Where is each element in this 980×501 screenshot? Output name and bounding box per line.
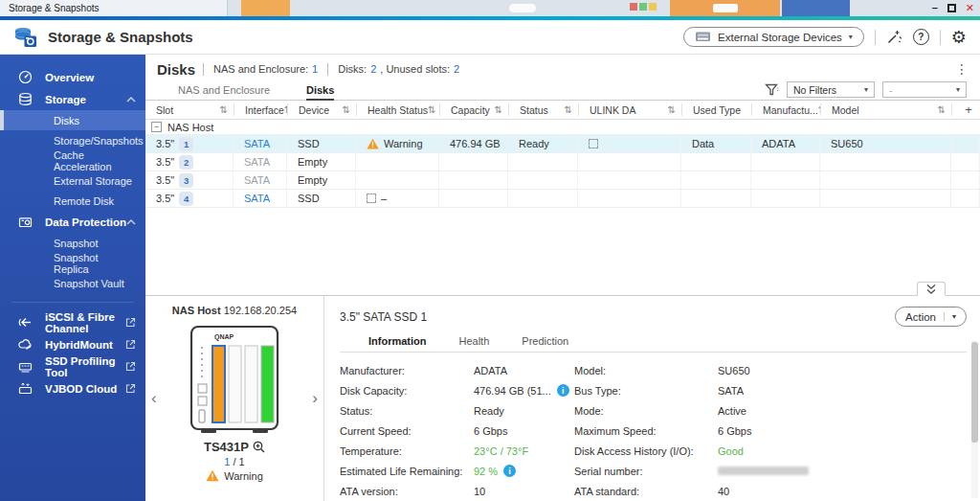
background-orange-block	[241, 0, 290, 16]
column-header-label: Health Status	[368, 104, 428, 116]
sidebar-item-snapshot-replica[interactable]: Snapshot Replica	[0, 253, 145, 273]
table-row-slot-3[interactable]: 3.5"3SATAEmpty	[145, 171, 980, 190]
help-icon[interactable]: ?	[913, 29, 929, 45]
table-row-slot-1[interactable]: 3.5"1SATASSDWarning476.94 GBReadyDataADA…	[145, 135, 980, 153]
tab-nas-and-enclosure[interactable]: NAS and Enclosure	[178, 84, 270, 100]
table-row-slot-2[interactable]: 3.5"2SATAEmpty	[145, 153, 980, 171]
bottom-detail-panel: NAS Host 192.168.20.254 ‹ › QNAP	[145, 295, 980, 501]
carousel-prev-icon[interactable]: ‹	[151, 390, 157, 406]
detail-scrollbar[interactable]	[971, 340, 978, 498]
detail-fields: Manufacturer:ADATAModel:SU650Disk Capaci…	[340, 360, 980, 501]
chevron-up-icon[interactable]	[126, 219, 136, 225]
carousel-next-icon[interactable]: ›	[312, 390, 318, 406]
field-label: Estimated Life Remaining:	[340, 466, 474, 477]
minimize-icon[interactable]: –	[932, 3, 938, 13]
model-cell	[820, 153, 951, 171]
sidebar-item-snapshot[interactable]: Snapshot	[0, 233, 145, 253]
window-tab[interactable]: Storage & Snapshots	[0, 0, 228, 16]
window-tabbar: Storage & Snapshots – ✕	[0, 0, 980, 16]
capacity-cell	[439, 171, 508, 189]
column-header-capacity[interactable]: Capacity⇅	[439, 103, 508, 116]
sidebar-item-snapshot-vault[interactable]: Snapshot Vault	[0, 273, 145, 293]
health-status-text: –	[381, 193, 387, 204]
kebab-menu-icon[interactable]: ⋮	[951, 61, 972, 77]
column-header-model[interactable]: Model⇅	[820, 103, 951, 116]
sidebar-item-label: External Storage	[54, 175, 132, 187]
interface-cell: SATA	[234, 153, 287, 171]
detail-tab-information[interactable]: Information	[368, 335, 427, 347]
close-icon[interactable]: ✕	[966, 3, 974, 13]
sidebar-item-overview[interactable]: Overview	[0, 66, 145, 88]
sort-icon[interactable]: ⇅	[668, 104, 676, 115]
collapse-group-icon[interactable]: −	[151, 122, 162, 132]
column-header-slot[interactable]: Slot⇅	[145, 103, 234, 116]
sort-icon[interactable]: ⇅	[495, 104, 502, 115]
sort-icon[interactable]: ⇅	[428, 104, 435, 115]
filter-select[interactable]: No Filters ▾	[787, 81, 875, 98]
field-value-text: 10	[474, 486, 485, 497]
secondary-filter-select[interactable]: - ▾	[882, 81, 967, 98]
secondary-filter-value: -	[889, 84, 893, 96]
background-cloud-blob	[509, 4, 536, 12]
sidebar-item-external-storage[interactable]: External Storage	[0, 171, 145, 191]
ulink-da-cell	[578, 171, 681, 189]
sort-icon[interactable]: ⇅	[220, 104, 228, 115]
sidebar-item-iscsi-fibre-channel[interactable]: iSCSI & Fibre Channel	[0, 311, 145, 333]
tab-disks[interactable]: Disks	[306, 84, 334, 101]
sort-icon[interactable]: ⇅	[938, 104, 946, 115]
sort-icon[interactable]: ⇅	[343, 104, 350, 115]
column-header-device[interactable]: Device⇅	[287, 103, 356, 116]
scrollbar-thumb[interactable]	[971, 342, 978, 443]
summary-label: Disks:	[338, 63, 367, 75]
column-header-used-type[interactable]: Used Type	[681, 103, 751, 116]
column-header-health-status[interactable]: Health Status⇅	[356, 103, 439, 116]
wizard-wand-icon[interactable]	[886, 29, 902, 45]
sidebar-item-data-protection[interactable]: Data Protection	[0, 211, 145, 233]
settings-gear-icon[interactable]: ⚙	[951, 29, 967, 46]
info-icon[interactable]: i	[557, 384, 569, 397]
add-column-button[interactable]: +	[951, 103, 980, 116]
window-controls: – ✕	[932, 0, 974, 16]
sidebar-item-disks[interactable]: Disks	[0, 110, 145, 130]
host-line: NAS Host 192.168.20.254	[172, 305, 297, 316]
maximize-icon[interactable]	[947, 4, 956, 12]
detail-tab-prediction[interactable]: Prediction	[522, 335, 568, 347]
sidebar-item-hybridmount[interactable]: HybridMount	[0, 333, 145, 355]
ulink-test-icon[interactable]	[589, 139, 598, 148]
magnifier-zoom-icon[interactable]	[253, 441, 265, 453]
used-type-cell	[681, 190, 751, 207]
detail-tab-health[interactable]: Health	[459, 335, 490, 347]
panel-collapse-button[interactable]	[917, 282, 946, 296]
nas-device-image[interactable]: QNAP	[189, 325, 279, 436]
sidebar-item-ssd-profiling-tool[interactable]: SSD Profiling Tool	[0, 355, 145, 377]
sidebar-item-storage-snapshots[interactable]: Storage/Snapshots	[0, 130, 145, 150]
sidebar-item-vjbod-cloud[interactable]: VJBOD Cloud	[0, 377, 145, 399]
field-value-text: 40	[718, 486, 729, 497]
column-header-manufactu[interactable]: Manufactu...⇅	[751, 103, 820, 116]
external-storage-devices-button[interactable]: External Storage Devices ▾	[683, 27, 864, 47]
sidebar-item-label: Snapshot Vault	[54, 278, 124, 289]
table-row-slot-4[interactable]: 3.5"4SATASSD–	[145, 190, 980, 208]
page-header: Disks NAS and Enclosure:1Disks:2, Unused…	[145, 55, 980, 83]
detail-field-row: Manufacturer:ADATAModel:SU650	[340, 360, 980, 380]
chevron-up-icon[interactable]	[126, 97, 136, 102]
warning-icon	[367, 138, 379, 149]
sidebar-item-remote-disk[interactable]: Remote Disk	[0, 191, 145, 211]
sidebar-item-storage[interactable]: Storage	[0, 88, 145, 110]
info-icon[interactable]: i	[503, 465, 516, 477]
sort-icon[interactable]: ⇅	[565, 104, 572, 115]
sidebar-item-label: Storage/Snapshots	[54, 135, 144, 147]
sidebar-item-cache-acceleration[interactable]: Cache Acceleration	[0, 150, 145, 171]
model-cell: SU650	[820, 135, 951, 152]
filter-funnel-icon[interactable]	[765, 83, 779, 97]
action-button-label: Action	[905, 311, 936, 323]
background-colored-grid	[630, 3, 657, 16]
column-header-status[interactable]: Status⇅	[508, 103, 578, 116]
detail-field-row: Current Speed:6 GbpsMaximum Speed:6 Gbps	[340, 421, 980, 441]
ulink-da-cell	[578, 153, 681, 171]
column-header-interface[interactable]: Interface⇅	[234, 103, 287, 116]
action-button[interactable]: Action ▾	[895, 307, 967, 327]
column-header-ulink-da[interactable]: ULINK DA⇅	[578, 103, 681, 116]
detail-field-row: Estimated Life Remaining:92 %iSerial num…	[340, 461, 980, 481]
field-label: Disk Capacity:	[340, 385, 474, 397]
